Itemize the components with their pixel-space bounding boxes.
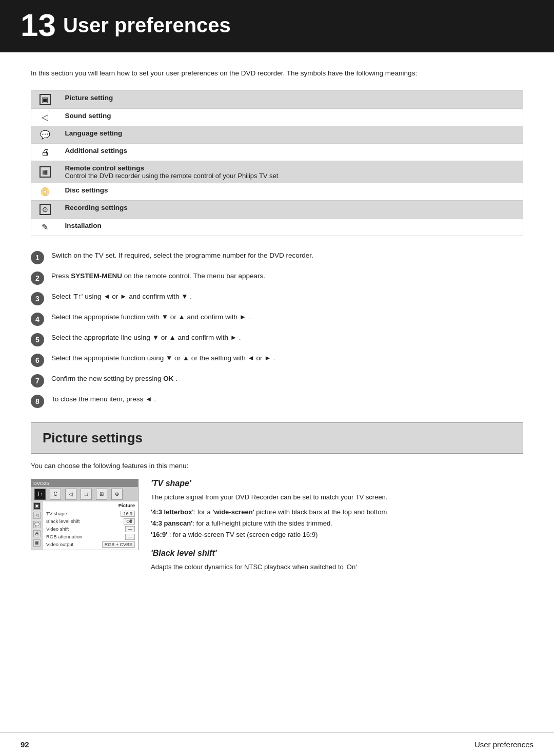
picture-settings-intro: You can choose the following features in… <box>31 462 523 470</box>
step-number: 4 <box>31 313 44 326</box>
tv-shape-option: '4:3 letterbox': for a 'wide-screen' pic… <box>151 507 523 518</box>
step-number: 7 <box>31 374 44 387</box>
settings-row: ◁Sound setting <box>31 108 523 126</box>
step-text: Press SYSTEM-MENU on the remote control.… <box>51 271 523 282</box>
menu-icon-item: □ <box>81 489 92 500</box>
steps-section: 1Switch on the TV set. If required, sele… <box>31 250 523 408</box>
step: 1Switch on the TV set. If required, sele… <box>31 250 523 264</box>
two-column-layout: DVD25 T↑C◁□⊞⊕ ▣ ◁ 💬 🖨 ▦ P <box>31 479 523 577</box>
step-text: To close the menu item, press ◄ . <box>51 394 523 405</box>
tv-shape-title: 'TV shape' <box>151 479 523 488</box>
menu-rows: TV shape16:9Black level shiftOffVideo sh… <box>43 509 138 550</box>
step-text: Select the appropriate function with ▼ o… <box>51 312 523 323</box>
menu-top-bar: DVD25 <box>31 479 138 487</box>
step: 5Select the appropriate line using ▼ or … <box>31 333 523 346</box>
step-text: Select the appropriate function using ▼ … <box>51 353 523 364</box>
chapter-number: 13 <box>21 9 56 41</box>
menu-icon-item: C <box>50 489 61 500</box>
settings-table: ▣Picture setting◁Sound setting💬Language … <box>31 90 523 236</box>
picture-settings-title: Picture settings <box>43 430 511 446</box>
step: 4Select the appropriate function with ▼ … <box>31 312 523 326</box>
chapter-title: User preferences <box>63 14 231 37</box>
step-number: 1 <box>31 251 44 264</box>
menu-icon-item: ◁ <box>65 489 76 500</box>
side-icon-5: ▦ <box>33 539 41 547</box>
side-icon-4: 🖨 <box>33 530 41 537</box>
settings-label-cell: Recording settings <box>59 200 523 218</box>
settings-icon-cell: ▣ <box>31 90 59 108</box>
menu-icon-item: ⊕ <box>111 489 123 500</box>
settings-row: 📀Disc settings <box>31 183 523 200</box>
settings-icon-cell: 🖨 <box>31 143 59 161</box>
intro-text: In this section you will learn how to se… <box>31 68 523 79</box>
side-icon-2: ◁ <box>33 512 41 519</box>
menu-mockup-container: DVD25 T↑C◁□⊞⊕ ▣ ◁ 💬 🖨 ▦ P <box>31 479 138 577</box>
step-text: Confirm the new setting by pressing OK . <box>51 374 523 384</box>
page-header: 13 User preferences <box>0 0 554 50</box>
settings-row: ▦Remote control settingsControl the DVD … <box>31 161 523 183</box>
step: 6Select the appropriate function using ▼… <box>31 353 523 367</box>
settings-label-cell: Picture setting <box>59 90 523 108</box>
settings-label-cell: Remote control settingsControl the DVD r… <box>59 161 523 183</box>
menu-data-row: Video outputRGB + CVBS <box>43 541 138 549</box>
settings-row: 💬Language setting <box>31 126 523 143</box>
settings-row: ✎Installation <box>31 218 523 236</box>
footer-chapter-title: User preferences <box>474 740 533 749</box>
settings-row: ▣Picture setting <box>31 90 523 108</box>
menu-dvd-label: DVD25 <box>33 480 49 486</box>
step-number: 6 <box>31 354 44 367</box>
step-number: 8 <box>31 395 44 408</box>
menu-icon-item: T↑ <box>34 489 46 500</box>
menu-icons-row: T↑C◁□⊞⊕ <box>31 487 138 501</box>
settings-label-cell: Disc settings <box>59 183 523 200</box>
menu-header-row: Picture <box>43 501 138 509</box>
settings-label-cell: Installation <box>59 218 523 236</box>
menu-col-header: Picture <box>118 502 135 508</box>
page-number: 92 <box>21 740 29 749</box>
settings-icon-cell: ⊙ <box>31 200 59 218</box>
settings-icon-cell: 💬 <box>31 126 59 143</box>
tv-shape-option: '4:3 panscan': for a full-height picture… <box>151 518 523 529</box>
side-icon-3: 💬 <box>33 521 41 528</box>
step-number: 5 <box>31 333 44 346</box>
step-text: Switch on the TV set. If required, selec… <box>51 250 523 261</box>
step: 3Select 'T↑' using ◄ or ► and confirm wi… <box>31 292 523 305</box>
settings-row: 🖨Additional settings <box>31 143 523 161</box>
step-number: 3 <box>31 292 44 305</box>
tv-shape-options: '4:3 letterbox': for a 'wide-screen' pic… <box>151 507 523 540</box>
right-column: 'TV shape' The picture signal from your … <box>151 479 523 577</box>
settings-icon-cell: ▦ <box>31 161 59 183</box>
menu-mockup: DVD25 T↑C◁□⊞⊕ ▣ ◁ 💬 🖨 ▦ P <box>31 479 138 550</box>
tv-shape-option: '16:9' : for a wide-screen TV set (scree… <box>151 529 523 540</box>
step-text: Select the appropriate line using ▼ or ▲… <box>51 333 523 343</box>
menu-data-row: TV shape16:9 <box>43 510 138 518</box>
step: 2Press SYSTEM-MENU on the remote control… <box>31 271 523 285</box>
menu-side: ▣ ◁ 💬 🖨 ▦ Picture TV shape16:9Black leve… <box>31 501 138 550</box>
settings-label-cell: Language setting <box>59 126 523 143</box>
picture-settings-section: Picture settings <box>31 422 523 454</box>
settings-row: ⊙Recording settings <box>31 200 523 218</box>
menu-side-icons: ▣ ◁ 💬 🖨 ▦ <box>31 501 43 550</box>
menu-icon-item: ⊞ <box>96 489 107 500</box>
step-text: Select 'T↑' using ◄ or ► and confirm wit… <box>51 292 523 302</box>
page-footer: 92 User preferences <box>0 732 554 756</box>
settings-label-cell: Additional settings <box>59 143 523 161</box>
settings-icon-cell: ◁ <box>31 108 59 126</box>
side-icon-1: ▣ <box>33 502 41 510</box>
step-number: 2 <box>31 272 44 285</box>
menu-main-area: Picture TV shape16:9Black level shiftOff… <box>43 501 138 550</box>
menu-data-row: Black level shiftOff <box>43 518 138 526</box>
settings-label-cell: Sound setting <box>59 108 523 126</box>
settings-icon-cell: 📀 <box>31 183 59 200</box>
settings-icon-cell: ✎ <box>31 218 59 236</box>
menu-data-row: RGB attenuation— <box>43 533 138 541</box>
main-content: In this section you will learn how to se… <box>0 52 554 602</box>
black-level-shift-text: Adapts the colour dynamics for NTSC play… <box>151 562 523 572</box>
step: 7Confirm the new setting by pressing OK … <box>31 374 523 387</box>
tv-shape-text: The picture signal from your DVD Recorde… <box>151 492 523 502</box>
menu-data-row: Video shift— <box>43 526 138 533</box>
step: 8To close the menu item, press ◄ . <box>31 394 523 408</box>
black-level-shift-title: 'Black level shift' <box>151 549 523 558</box>
